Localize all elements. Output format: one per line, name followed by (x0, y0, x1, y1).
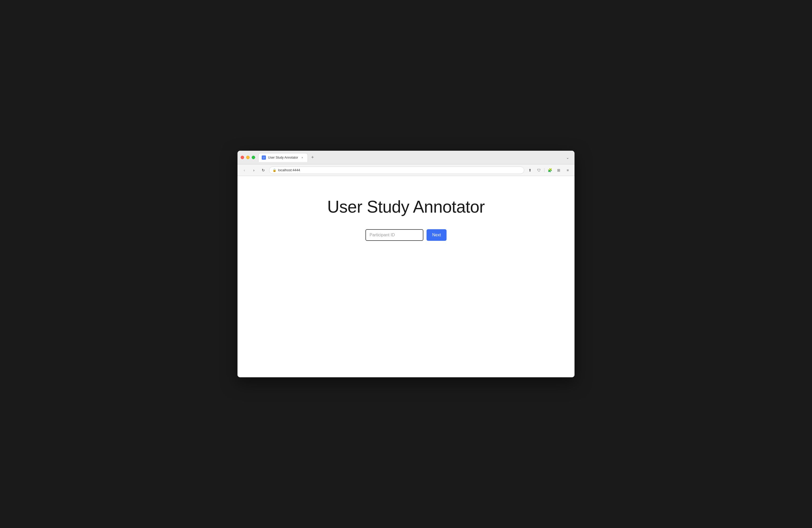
forward-button[interactable]: › (250, 167, 258, 174)
reload-button[interactable]: ↻ (260, 167, 267, 174)
new-tab-button[interactable]: + (309, 154, 316, 161)
shield-button[interactable]: 🛡 (535, 167, 543, 174)
browser-window: U User Study Annotator × + ⌄ ‹ › ↻ 🔒 loc… (237, 151, 575, 377)
lock-icon: 🔒 (273, 168, 276, 172)
traffic-lights (241, 156, 255, 159)
back-button[interactable]: ‹ (241, 167, 248, 174)
input-row: Next (365, 229, 447, 241)
active-tab[interactable]: U User Study Annotator × (258, 153, 308, 162)
sidebar-button[interactable]: ⊞ (555, 167, 562, 174)
title-bar: U User Study Annotator × + ⌄ (237, 151, 575, 165)
tab-close-button[interactable]: × (300, 155, 304, 160)
minimize-button[interactable] (246, 156, 250, 159)
tab-bar: U User Study Annotator × + (258, 153, 564, 162)
extensions-button[interactable]: 🧩 (546, 167, 553, 174)
nav-bar: ‹ › ↻ 🔒 localhost:4444 ⬆ 🛡 🧩 ⊞ ≡ (237, 165, 575, 176)
participant-id-input[interactable] (365, 229, 423, 241)
window-controls-button[interactable]: ⌄ (564, 154, 571, 161)
url-text: localhost:4444 (278, 168, 300, 172)
page-content: User Study Annotator Next (237, 176, 575, 377)
menu-button[interactable]: ≡ (564, 167, 571, 174)
close-button[interactable] (241, 156, 244, 159)
share-button[interactable]: ⬆ (526, 167, 534, 174)
next-button[interactable]: Next (426, 229, 447, 241)
page-title: User Study Annotator (327, 197, 485, 217)
title-bar-right: ⌄ (564, 154, 571, 161)
tab-title: User Study Annotator (268, 156, 298, 159)
url-bar[interactable]: 🔒 localhost:4444 (269, 167, 524, 174)
maximize-button[interactable] (252, 156, 255, 159)
tab-favicon-icon: U (262, 155, 266, 160)
nav-right-controls: ⬆ 🛡 🧩 ⊞ ≡ (526, 167, 571, 174)
nav-separator (544, 168, 545, 172)
